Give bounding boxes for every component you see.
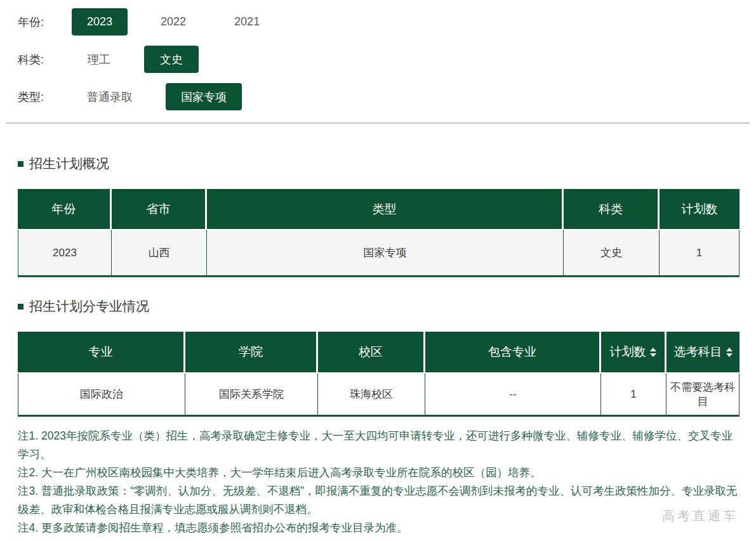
col-header-plan-count: 计划数 xyxy=(660,189,739,230)
filter-option-science[interactable]: 理工 xyxy=(72,46,126,73)
filter-options-year: 2023 2022 2021 xyxy=(72,8,275,36)
cell-included-majors: -- xyxy=(425,374,601,416)
filter-option-regular-admission[interactable]: 普通录取 xyxy=(72,83,148,110)
note-3: 注3. 普通批录取政策：“零调剂、认加分、无级差、不退档”，即报满不重复的专业志… xyxy=(18,482,741,519)
filter-options-type: 普通录取 国家专项 xyxy=(72,83,242,110)
cell-college: 国际关系学院 xyxy=(185,374,318,416)
square-bullet-icon xyxy=(18,304,23,310)
cell-plan-count: 1 xyxy=(601,374,666,416)
sort-icon[interactable] xyxy=(726,348,733,357)
filter-row-year: 年份: 2023 2022 2021 xyxy=(18,8,738,36)
filter-option-year-2021[interactable]: 2021 xyxy=(219,8,275,36)
gaokao-zhitongche-watermark: 高考直通车 xyxy=(662,507,738,525)
col-header-type: 类型 xyxy=(207,189,564,230)
filter-option-national-special[interactable]: 国家专项 xyxy=(166,83,242,110)
section-title-text: 招生计划分专业情况 xyxy=(29,297,149,315)
cell-type: 国家专项 xyxy=(207,230,564,277)
enrollment-plan-page: 年份: 2023 2022 2021 科类: 理工 文史 类型: 普通录取 国家… xyxy=(0,0,756,537)
table-row: 国际政治 国际关系学院 珠海校区 -- 1 不需要选考科目 xyxy=(18,374,739,416)
table-header-row: 专业 学院 校区 包含专业 计划数 选考科目 xyxy=(18,332,739,374)
col-header-included-majors: 包含专业 xyxy=(425,332,601,374)
cell-major: 国际政治 xyxy=(18,374,185,416)
col-header-subject: 科类 xyxy=(564,189,660,230)
filter-option-year-2023[interactable]: 2023 xyxy=(72,8,128,36)
square-bullet-icon xyxy=(18,161,23,167)
cell-year: 2023 xyxy=(18,230,112,277)
plan-overview-table: 年份 省市 类型 科类 计划数 2023 山西 国家专项 文史 1 xyxy=(18,189,739,277)
plan-by-major-table: 专业 学院 校区 包含专业 计划数 选考科目 xyxy=(18,332,739,417)
filter-option-liberal-arts[interactable]: 文史 xyxy=(144,46,199,73)
note-1: 注1. 2023年按院系专业（类）招生，高考录取确定主修专业，大一至大四均可申请… xyxy=(18,427,741,464)
cell-campus: 珠海校区 xyxy=(318,374,425,416)
col-header-exam-subjects-sortable[interactable]: 选考科目 xyxy=(666,332,739,374)
section-title-text: 招生计划概况 xyxy=(29,155,109,173)
filter-label-subject: 科类: xyxy=(18,52,72,67)
filter-label-year: 年份: xyxy=(18,15,72,30)
cell-exam-subjects: 不需要选考科目 xyxy=(666,374,739,416)
note-2: 注2. 大一在广州校区南校园集中大类培养，大一学年结束后进入高考录取专业所在院系… xyxy=(18,464,741,482)
filter-option-year-2022[interactable]: 2022 xyxy=(145,8,201,36)
section-divider xyxy=(6,122,750,124)
col-header-major: 专业 xyxy=(18,332,185,374)
cell-plan-count: 1 xyxy=(660,230,739,277)
table-header-row: 年份 省市 类型 科类 计划数 xyxy=(18,189,739,230)
filter-label-type: 类型: xyxy=(18,89,72,105)
col-header-plan-count-sortable[interactable]: 计划数 xyxy=(601,332,666,374)
section-title-plan-by-major: 招生计划分专业情况 xyxy=(18,297,738,315)
note-4: 注4. 更多政策请参阅招生章程，填志愿须参照省招办公布的报考专业目录为准。 xyxy=(18,519,741,537)
col-header-college: 学院 xyxy=(185,332,318,374)
cell-province: 山西 xyxy=(112,230,207,277)
cell-subject: 文史 xyxy=(564,230,660,277)
filter-row-type: 类型: 普通录取 国家专项 xyxy=(18,83,738,110)
filter-options-subject: 理工 文史 xyxy=(72,46,199,73)
sort-icon[interactable] xyxy=(650,348,656,357)
col-header-campus: 校区 xyxy=(318,332,425,374)
col-header-year: 年份 xyxy=(18,189,112,230)
table-row: 2023 山西 国家专项 文史 1 xyxy=(18,230,739,277)
col-header-province: 省市 xyxy=(112,189,207,230)
section-title-plan-overview: 招生计划概况 xyxy=(18,155,738,173)
notes-section: 注1. 2023年按院系专业（类）招生，高考录取确定主修专业，大一至大四均可申请… xyxy=(18,427,741,537)
filter-row-subject: 科类: 理工 文史 xyxy=(18,46,738,73)
